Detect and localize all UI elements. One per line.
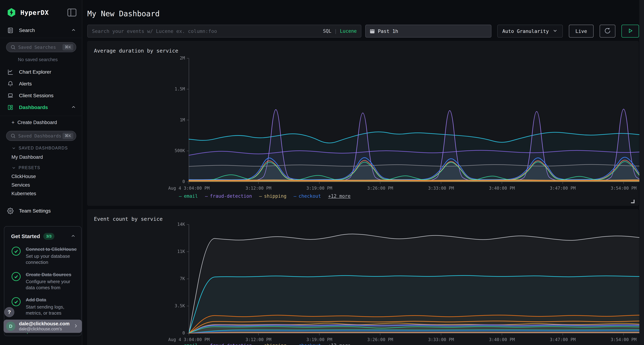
chart-title: Event count by service	[94, 216, 162, 222]
chart-line-icon	[7, 69, 14, 75]
chevron-up-icon	[71, 104, 76, 110]
y-axis-tick: 500K	[162, 148, 185, 153]
hyperdx-logo-icon	[6, 7, 16, 17]
sidebar-item-label: Team Settings	[19, 208, 51, 214]
sidebar: HyperDX Search ⌘K No saved searches Char…	[0, 0, 82, 345]
sidebar-item-client-sessions[interactable]: Client Sessions	[0, 91, 82, 101]
saved-searches-input[interactable]	[18, 45, 62, 50]
x-axis-tick: 3:40:00 PM	[489, 337, 515, 342]
legend-item[interactable]: —email	[179, 343, 198, 345]
bell-icon	[7, 81, 14, 87]
play-icon	[627, 28, 633, 34]
sidebar-item-my-dashboard[interactable]: My Dashboard	[12, 154, 43, 160]
y-axis-tick: 1M	[162, 117, 185, 122]
legend-item[interactable]: —checkout	[294, 343, 321, 345]
legend-item[interactable]: —shipping	[259, 343, 286, 345]
sidebar-item-clickhouse[interactable]: ClickHouse	[12, 174, 36, 179]
y-axis-tick: 7K	[162, 276, 185, 281]
granularity-value: Auto Granularity	[502, 28, 549, 34]
get-started-title: Get Started	[11, 233, 40, 239]
get-started-item-title: Create Data Sources	[26, 272, 77, 278]
sidebar-item-search[interactable]: Search	[0, 25, 82, 35]
event-count-chart-canvas[interactable]	[181, 223, 644, 345]
sidebar-item-services[interactable]: Services	[12, 182, 30, 188]
avg-duration-chart-canvas[interactable]	[181, 57, 644, 195]
x-axis-tick: 3:26:00 PM	[367, 337, 393, 342]
sidebar-collapse-icon[interactable]	[67, 8, 76, 17]
search-icon	[10, 44, 16, 50]
saved-dashboards-search[interactable]: ⌘K	[6, 131, 76, 141]
check-circle-icon	[11, 246, 21, 266]
x-axis-tick: 3:19:00 PM	[306, 186, 332, 191]
legend-more-link[interactable]: +12 more	[328, 193, 350, 199]
sidebar-item-alerts[interactable]: Alerts	[0, 79, 82, 89]
help-button[interactable]: ?	[4, 307, 14, 317]
legend-label: shipping	[264, 343, 286, 345]
legend-label: checkout	[298, 193, 321, 199]
saved-searches-search[interactable]: ⌘K	[6, 42, 76, 52]
legend-item[interactable]: —checkout	[294, 193, 321, 199]
sidebar-item-team-settings[interactable]: Team Settings	[0, 206, 82, 216]
event-search-box: SQL | Lucene	[87, 25, 361, 37]
get-started-item-desc: Set up your database connection	[26, 253, 77, 266]
legend-item[interactable]: —fraud-detection	[205, 193, 252, 199]
x-axis-tick: 3:33:00 PM	[428, 337, 454, 342]
x-axis-tick: Aug 4 3:04:00 PM	[168, 186, 210, 191]
live-label: Live	[575, 28, 587, 34]
legend-label: fraud-detection	[210, 343, 252, 345]
x-axis-tick: 3:40:00 PM	[489, 186, 515, 191]
resize-handle[interactable]	[631, 200, 634, 203]
sidebar-item-dashboards[interactable]: Dashboards	[0, 102, 82, 112]
saved-dashboards-input[interactable]	[18, 133, 62, 139]
refresh-icon	[604, 27, 611, 35]
event-search-input[interactable]	[92, 28, 323, 34]
get-started-item-sources[interactable]: Create Data Sources Configure where your…	[4, 267, 81, 292]
legend-swatch: —	[205, 193, 208, 199]
check-circle-icon	[11, 272, 21, 291]
search-journal-icon	[7, 27, 14, 34]
legend-item[interactable]: —fraud-detection	[205, 343, 252, 345]
legend-item[interactable]: —shipping	[259, 193, 286, 199]
sidebar-item-kubernetes[interactable]: Kubernetes	[12, 191, 36, 196]
legend-swatch: —	[179, 193, 182, 199]
sidebar-item-label: Client Sessions	[19, 93, 54, 98]
plus-icon: +	[12, 119, 15, 125]
sidebar-item-chart-explorer[interactable]: Chart Explorer	[0, 67, 82, 77]
x-axis-tick: 3:26:00 PM	[367, 186, 393, 191]
sidebar-item-label: Dashboards	[19, 105, 48, 110]
y-axis-tick: 2M	[162, 56, 185, 61]
chevron-down-icon	[12, 146, 16, 150]
logo-row: HyperDX	[6, 7, 76, 18]
chevron-right-icon	[73, 323, 79, 330]
granularity-select[interactable]: Auto Granularity	[497, 25, 563, 37]
saved-dashboards-section-header[interactable]: SAVED DASHBOARDS	[12, 146, 68, 150]
live-button[interactable]: Live	[569, 25, 594, 37]
get-started-item-title: Add Data	[26, 297, 77, 303]
get-started-item-connect[interactable]: Connect to ClickHouse Set up your databa…	[4, 242, 81, 267]
time-range-picker[interactable]: Past 1h	[365, 25, 492, 37]
scrollbar-gutter[interactable]	[639, 0, 644, 345]
x-axis-tick: 3:12:00 PM	[246, 186, 272, 191]
x-axis-tick: 3:54:00 PM	[611, 186, 637, 191]
legend-item[interactable]: —email	[179, 193, 198, 199]
legend-swatch: —	[259, 193, 262, 199]
y-axis-tick: 3.5K	[162, 303, 185, 308]
user-email: dale@clickhouse.com	[19, 321, 70, 327]
chevron-up-icon[interactable]	[70, 233, 76, 239]
run-query-button[interactable]	[622, 25, 639, 37]
legend-label: fraud-detection	[210, 193, 252, 199]
lucene-toggle[interactable]: Lucene	[340, 28, 357, 34]
section-label: SAVED DASHBOARDS	[18, 146, 68, 150]
user-menu[interactable]: D dale@clickhouse.com dale@clickhouse.co…	[4, 320, 82, 333]
get-started-item-add-data[interactable]: Add Data Start sending logs, metrics, or…	[4, 292, 81, 318]
legend-more-link[interactable]: +12 more	[328, 343, 350, 345]
chevron-down-icon	[552, 28, 558, 34]
chart-title: Average duration by service	[94, 48, 178, 54]
chevron-down-icon	[12, 166, 16, 170]
sql-toggle[interactable]: SQL	[323, 28, 331, 34]
x-axis-tick: 3:47:00 PM	[550, 337, 576, 342]
x-axis-tick: Aug 4 3:04:00 PM	[168, 337, 210, 342]
refresh-button[interactable]	[600, 25, 616, 37]
create-dashboard-button[interactable]: + Create Dashboard	[12, 119, 57, 125]
presets-section-header[interactable]: PRESETS	[12, 165, 40, 170]
